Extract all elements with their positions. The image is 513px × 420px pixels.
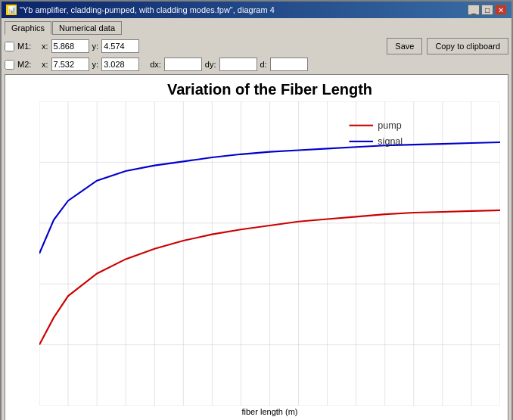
content-area: Graphics Numerical data M1: x: y: Save C… — [2, 18, 511, 420]
copy-to-clipboard-button[interactable]: Copy to clipboard — [427, 38, 508, 54]
d-input[interactable] — [270, 58, 308, 71]
chart-container: Variation of the Fiber Length — [5, 74, 508, 420]
diff-row: dx: dy: d: — [150, 58, 308, 71]
tab-numerical[interactable]: Numerical data — [52, 21, 122, 35]
m2-label: M2: — [17, 60, 39, 69]
dx-input[interactable] — [164, 58, 202, 71]
close-button[interactable]: ✕ — [495, 5, 507, 15]
svg-text:pump: pump — [378, 120, 401, 131]
window-icon: 📊 — [6, 5, 17, 15]
x-axis-label: fiber length (m) — [39, 407, 500, 416]
minimize-button[interactable]: _ — [468, 5, 480, 15]
toolbar: M1: x: y: Save Copy to clipboard — [5, 38, 508, 54]
main-window: 📊 "Yb amplifier, cladding-pumped, with c… — [0, 0, 513, 420]
svg-text:signal: signal — [378, 136, 403, 147]
chart-area: 0 2 4 6 8 10 2 2.5 3 3.5 4 4.5 5 5.5 6 — [39, 101, 500, 406]
chart-svg: 0 2 4 6 8 10 2 2.5 3 3.5 4 4.5 5 5.5 6 — [39, 101, 500, 406]
tab-bar: Graphics Numerical data — [5, 21, 508, 35]
tab-graphics[interactable]: Graphics — [5, 21, 51, 35]
title-controls: _ □ ✕ — [468, 5, 507, 15]
dy-label: dy: — [205, 60, 216, 69]
dx-label: dx: — [150, 60, 161, 69]
marker1-row: M1: x: y: — [5, 39, 139, 53]
m1-x-input[interactable] — [51, 39, 89, 53]
chart-title: Variation of the Fiber Length — [39, 81, 500, 98]
m2-x-input[interactable] — [51, 58, 89, 71]
marker2-row: M2: x: y: — [5, 58, 139, 71]
title-bar-left: 📊 "Yb amplifier, cladding-pumped, with c… — [6, 5, 275, 15]
m2-y-input[interactable] — [101, 58, 139, 71]
m1-y-label: y: — [92, 42, 99, 51]
m2-checkbox[interactable] — [5, 60, 14, 70]
m1-checkbox[interactable] — [5, 42, 14, 51]
d-label: d: — [260, 60, 267, 69]
m2-y-label: y: — [92, 60, 99, 69]
m2-x-label: x: — [42, 60, 48, 69]
m1-label: M1: — [17, 42, 39, 51]
window-title: "Yb amplifier, cladding-pumped, with cla… — [20, 5, 275, 14]
m1-x-label: x: — [42, 42, 48, 51]
m1-y-input[interactable] — [101, 39, 139, 53]
dy-input[interactable] — [219, 58, 257, 71]
title-bar: 📊 "Yb amplifier, cladding-pumped, with c… — [2, 2, 511, 18]
toolbar-row2: M2: x: y: dx: dy: d: — [5, 58, 508, 71]
maximize-button[interactable]: □ — [481, 5, 493, 15]
save-button[interactable]: Save — [387, 38, 422, 54]
